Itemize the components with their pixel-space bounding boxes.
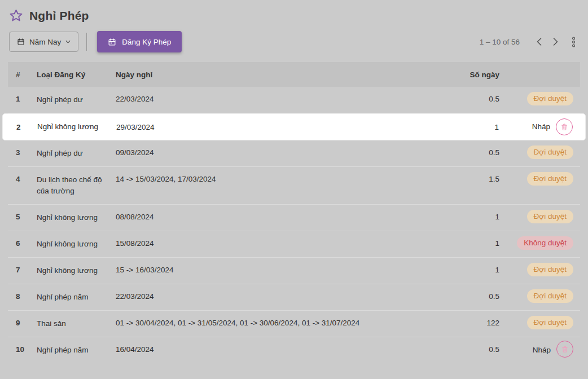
table-row[interactable]: 9 Thai sản 01 -> 30/04/2024, 01 -> 31/05… [8, 311, 580, 337]
row-dates: 08/08/2024 [116, 212, 432, 222]
row-days: 1 [432, 212, 499, 222]
row-status-cell: Nháp [499, 342, 580, 358]
table-row[interactable]: 4 Du lịch theo chế độ của trường 14 -> 1… [8, 167, 580, 205]
row-type: Nghỉ phép năm [37, 345, 116, 356]
row-type: Nghỉ phép dư [37, 148, 116, 159]
table-row[interactable]: 5 Nghỉ không lương 08/08/2024 1 Đợi duyệ… [8, 205, 580, 231]
leave-table: # Loại Đăng Ký Ngày nghỉ Số ngày 1 Nghỉ … [8, 62, 580, 365]
row-days: 1 [432, 265, 499, 275]
header-index: # [8, 70, 37, 80]
favorite-star-icon[interactable] [9, 8, 23, 23]
leave-table-body: 1 Nghỉ phép dư 22/03/2024 0.5 Đợi duyệt … [8, 87, 580, 365]
pagination-range: 1 – 10 of 56 [480, 38, 520, 46]
register-leave-label: Đăng Ký Phép [122, 38, 171, 46]
row-index: 4 [8, 174, 37, 184]
row-type: Nghỉ không lương [37, 121, 116, 133]
delete-button[interactable] [556, 341, 573, 358]
next-page-button[interactable] [547, 34, 564, 49]
row-days: 0.5 [432, 148, 499, 157]
row-index: 2 [8, 122, 37, 132]
header-type: Loại Đăng Ký [37, 70, 116, 80]
table-row[interactable]: 7 Nghỉ không lương 15 -> 16/03/2024 1 Đợ… [8, 258, 580, 284]
row-status-cell: Đợi duyệt [499, 92, 580, 105]
status-badge: Đợi duyệt [527, 316, 573, 329]
toolbar-divider [86, 33, 87, 51]
row-status-cell: Đợi duyệt [499, 210, 580, 223]
row-days: 0.5 [432, 292, 499, 301]
table-row[interactable]: 2 Nghỉ không lương 29/03/2024 1 Nháp [2, 113, 586, 140]
table-row[interactable]: 8 Nghỉ phép năm 22/03/2024 0.5 Đợi duyệt [8, 284, 580, 311]
row-dates: 09/03/2024 [116, 148, 432, 157]
calendar-icon [108, 38, 116, 46]
leave-page: Nghỉ Phép Năm Nay Đăng Ký Phép 1 [0, 0, 588, 379]
status-badge: Đợi duyệt [527, 210, 573, 223]
row-type: Nghỉ không lương [37, 212, 116, 223]
row-dates: 22/03/2024 [116, 292, 432, 301]
table-header-row: # Loại Đăng Ký Ngày nghỉ Số ngày [8, 62, 580, 87]
row-days: 1.5 [432, 174, 499, 184]
row-status-cell: Đợi duyệt [499, 172, 580, 186]
status-badge: Đợi duyệt [527, 263, 573, 276]
row-type: Du lịch theo chế độ của trường [37, 174, 116, 197]
row-dates: 01 -> 30/04/2024, 01 -> 31/05/2024, 01 -… [116, 318, 432, 328]
page-header: Nghỉ Phép [0, 0, 588, 23]
period-filter-label: Năm Nay [29, 38, 61, 46]
row-dates: 15/08/2024 [116, 239, 432, 248]
row-days: 1 [431, 122, 499, 132]
delete-button[interactable] [556, 118, 573, 135]
status-badge: Đợi duyệt [527, 146, 573, 159]
table-row[interactable]: 3 Nghỉ phép dư 09/03/2024 0.5 Đợi duyệt [8, 140, 580, 167]
page-title: Nghỉ Phép [29, 9, 89, 23]
row-status-cell: Đợi duyệt [499, 263, 580, 276]
row-status-cell: Đợi duyệt [499, 316, 580, 329]
row-status-cell: Nháp [499, 118, 580, 135]
row-index: 8 [8, 292, 37, 301]
status-badge: Đợi duyệt [527, 92, 573, 105]
status-badge: Không duyệt [517, 236, 573, 250]
row-type: Nghỉ phép năm [37, 292, 116, 303]
row-index: 7 [8, 265, 37, 275]
row-index: 5 [8, 212, 37, 222]
pagination: 1 – 10 of 56 [480, 33, 579, 51]
row-dates: 16/04/2024 [116, 345, 432, 354]
row-days: 0.5 [432, 345, 499, 354]
row-index: 6 [8, 239, 37, 248]
row-dates: 29/03/2024 [116, 122, 431, 132]
table-row[interactable]: 1 Nghỉ phép dư 22/03/2024 0.5 Đợi duyệt [8, 87, 580, 113]
prev-page-button[interactable] [531, 34, 547, 49]
chevron-down-icon [65, 40, 71, 43]
row-index: 3 [8, 148, 37, 157]
calendar-icon [17, 38, 25, 46]
more-options-icon[interactable] [564, 33, 579, 51]
status-badge: Đợi duyệt [527, 289, 573, 303]
row-status-cell: Không duyệt [499, 236, 580, 250]
status-badge: Đợi duyệt [527, 172, 573, 186]
row-status-cell: Đợi duyệt [499, 289, 580, 303]
row-index: 9 [8, 318, 37, 328]
row-days: 0.5 [432, 94, 499, 104]
trash-icon [561, 345, 569, 353]
row-dates: 14 -> 15/03/2024, 17/03/2024 [116, 174, 432, 184]
row-type: Nghỉ phép dư [37, 94, 116, 105]
table-row[interactable]: 10 Nghỉ phép năm 16/04/2024 0.5 Nháp [8, 337, 580, 365]
trash-icon [560, 123, 568, 131]
period-filter-button[interactable]: Năm Nay [9, 32, 78, 52]
row-type: Thai sản [37, 318, 116, 329]
row-type: Nghỉ không lương [37, 239, 116, 250]
row-type: Nghỉ không lương [37, 265, 116, 276]
header-dates: Ngày nghỉ [116, 70, 432, 80]
table-row[interactable]: 6 Nghỉ không lương 15/08/2024 1 Không du… [8, 231, 580, 258]
header-days: Số ngày [432, 70, 499, 80]
row-status-cell: Đợi duyệt [499, 146, 580, 159]
row-index: 1 [8, 94, 37, 104]
row-dates: 22/03/2024 [116, 94, 432, 104]
status-badge: Nháp [533, 343, 552, 357]
row-dates: 15 -> 16/03/2024 [116, 265, 432, 275]
register-leave-button[interactable]: Đăng Ký Phép [97, 31, 182, 52]
row-days: 1 [432, 239, 499, 248]
row-index: 10 [8, 345, 37, 354]
status-badge: Nháp [532, 120, 551, 134]
toolbar: Năm Nay Đăng Ký Phép 1 – 10 of 56 [9, 31, 579, 52]
row-days: 122 [432, 318, 499, 328]
